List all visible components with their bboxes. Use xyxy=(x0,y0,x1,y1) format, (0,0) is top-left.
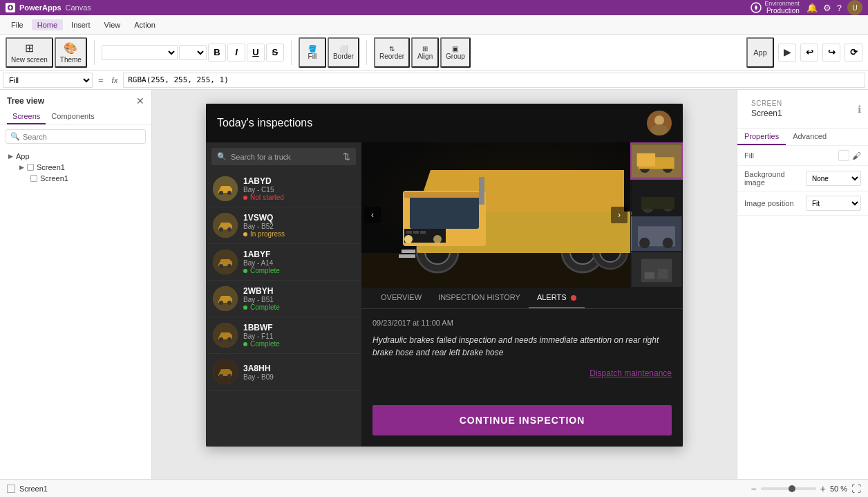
prev-image-button[interactable]: ‹ xyxy=(364,207,381,223)
avatar[interactable]: U xyxy=(847,0,862,15)
underline-button[interactable]: U xyxy=(247,44,265,62)
tree-tabs: Screens Components xyxy=(0,109,151,125)
right-panel-header: SCREEN Screen1 ℹ xyxy=(737,90,868,129)
tab-advanced[interactable]: Advanced xyxy=(786,129,833,145)
fill-paint-icon[interactable]: 🖌 xyxy=(852,151,861,161)
truck-info-4: 1BBWF Bay - F11 Complete xyxy=(243,323,355,348)
top-bar-icons: 🔔 ⚙ ? U xyxy=(806,0,862,15)
svg-point-3 xyxy=(651,124,668,135)
brand: PowerApps Canvas xyxy=(6,3,91,12)
truck-item-1[interactable]: 1VSWQ Bay - B52 In progress xyxy=(206,207,361,244)
tree-screen1-checkbox[interactable] xyxy=(27,164,34,171)
continue-inspection-button[interactable]: CONTINUE INSPECTION xyxy=(372,405,672,435)
canvas-area: Today's inspections 🔍 ⇅ xyxy=(152,90,737,479)
img-position-select[interactable]: Fit xyxy=(806,196,861,211)
formula-equals: = xyxy=(95,75,106,85)
thumb-3[interactable] xyxy=(630,216,683,252)
align-label: Align xyxy=(417,53,433,60)
help-icon[interactable]: ? xyxy=(837,3,842,13)
fill-button[interactable]: 🪣 Fill xyxy=(299,37,326,68)
svg-point-18 xyxy=(227,337,232,341)
group-button[interactable]: ▣ Group xyxy=(440,37,471,68)
app-button[interactable]: App xyxy=(746,37,774,68)
tab-properties[interactable]: Properties xyxy=(737,129,786,145)
thumb-2[interactable] xyxy=(630,180,683,216)
tree-screen1-label: Screen1 xyxy=(37,163,65,171)
truck-item-5[interactable]: 3A8HH Bay - B09 xyxy=(206,354,361,391)
font-family-select[interactable] xyxy=(102,45,178,60)
truck-id-1: 1VSWQ xyxy=(243,213,355,223)
play-button[interactable]: ▶ xyxy=(778,44,796,62)
tab-screens[interactable]: Screens xyxy=(7,109,46,124)
thumb-1-svg xyxy=(632,144,681,178)
tab-inspection-history[interactable]: INSPECTION HISTORY xyxy=(430,288,529,308)
menu-insert[interactable]: Insert xyxy=(66,19,96,30)
menu-view[interactable]: View xyxy=(99,19,126,30)
zoom-in-button[interactable]: + xyxy=(820,483,826,494)
fill-label: Fill xyxy=(308,53,317,60)
truck-search-input[interactable] xyxy=(231,153,339,161)
search-icon: 🔍 xyxy=(10,132,20,141)
bold-button[interactable]: B xyxy=(208,44,226,62)
menu-file[interactable]: File xyxy=(6,19,29,30)
truck-avatar-5 xyxy=(213,359,238,384)
reorder-button[interactable]: ⇅ Reorder xyxy=(374,37,410,68)
truck-item-4[interactable]: 1BBWF Bay - F11 Complete xyxy=(206,317,361,354)
font-size-select[interactable] xyxy=(179,45,207,60)
new-screen-button[interactable]: ⊞ New screen xyxy=(6,37,53,68)
border-button[interactable]: ⬜ Border xyxy=(328,37,359,68)
formula-property-dropdown[interactable]: Fill xyxy=(3,73,93,88)
tree-close-icon[interactable]: ✕ xyxy=(136,95,144,106)
sort-icon[interactable]: ⇅ xyxy=(343,151,350,162)
truck-avatar-0 xyxy=(213,176,238,201)
alert-timestamp: 09/23/2017 at 11:00 AM xyxy=(372,319,672,327)
theme-button[interactable]: 🎨 Theme xyxy=(55,37,87,68)
tab-alerts[interactable]: ALERTS xyxy=(529,288,585,308)
menu-action[interactable]: Action xyxy=(129,19,161,30)
tree-header: Tree view ✕ xyxy=(0,90,151,109)
truck-bay-5: Bay - B09 xyxy=(243,373,355,381)
truck-item-0[interactable]: 1ABYD Bay - C15 Not started xyxy=(206,171,361,207)
zoom-out-button[interactable]: − xyxy=(751,483,757,494)
svg-point-39 xyxy=(404,235,413,243)
tree-screen1-child-checkbox[interactable] xyxy=(30,175,37,182)
tree-app-label: App xyxy=(16,152,30,160)
fullscreen-button[interactable]: ⛶ xyxy=(851,483,861,494)
right-panel-info-icon[interactable]: ℹ xyxy=(858,104,861,115)
fill-color-swatch[interactable] xyxy=(838,150,849,161)
redo-button[interactable]: ↪ xyxy=(822,44,840,62)
tree-screen1-item[interactable]: ▶ Screen1 xyxy=(17,162,146,173)
preview-button[interactable]: ⟳ xyxy=(845,44,862,62)
properties-tabs: Properties Advanced xyxy=(737,129,868,146)
undo-button[interactable]: ↩ xyxy=(800,44,818,62)
truck-images: ‹ › xyxy=(361,142,683,288)
thumb-4[interactable] xyxy=(630,252,683,288)
app-avatar xyxy=(647,111,672,135)
border-icon: ⬜ xyxy=(339,45,348,53)
bell-icon[interactable]: 🔔 xyxy=(806,3,818,13)
tree-screen1-child-item[interactable]: Screen1 xyxy=(28,173,146,184)
truck-item-3[interactable]: 2WBYH Bay - B51 Complete xyxy=(206,281,361,317)
next-image-button[interactable]: › xyxy=(611,207,628,223)
formula-input[interactable] xyxy=(123,73,865,88)
tree-search-input[interactable] xyxy=(23,133,141,141)
align-button[interactable]: ⊞ Align xyxy=(411,37,439,68)
italic-button[interactable]: I xyxy=(227,44,245,62)
menu-home[interactable]: Home xyxy=(32,19,63,30)
tab-components[interactable]: Components xyxy=(46,109,100,124)
zoom-slider[interactable] xyxy=(761,487,816,490)
thumb-1[interactable] xyxy=(630,142,683,180)
truck-info-1: 1VSWQ Bay - B52 In progress xyxy=(243,213,355,238)
dispatch-maintenance-link[interactable]: Dispatch maintenance xyxy=(372,368,672,378)
truck-item-2[interactable]: 1ABYF Bay - A14 Complete xyxy=(206,244,361,281)
status-dot-3 xyxy=(243,306,247,310)
settings-icon[interactable]: ⚙ xyxy=(823,3,831,13)
status-dot-2 xyxy=(243,269,247,273)
ribbon-sep-2 xyxy=(291,40,292,65)
strikethrough-button[interactable]: S xyxy=(266,44,284,62)
bg-image-select[interactable]: None xyxy=(806,171,861,186)
tree-item-app[interactable]: ▶ App xyxy=(6,151,146,162)
bottom-screen-checkbox[interactable] xyxy=(7,485,15,493)
tab-overview[interactable]: OVERVIEW xyxy=(372,288,430,308)
right-panel: SCREEN Screen1 ℹ Properties Advanced Fil… xyxy=(737,90,868,479)
